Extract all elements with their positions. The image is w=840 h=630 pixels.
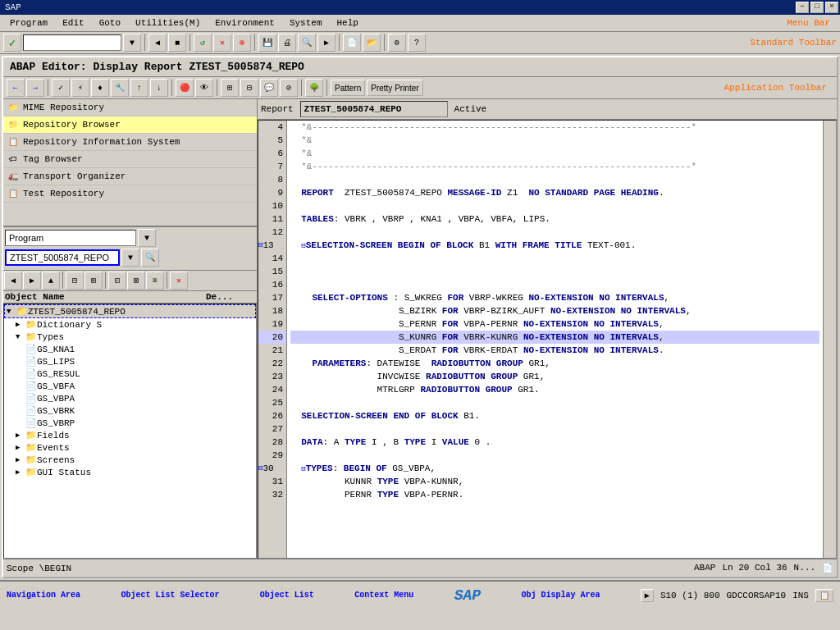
nav-fwd-tree-btn[interactable]: ▶ [23,272,41,290]
expander-events[interactable]: ▶ [16,443,25,452]
stop-icon[interactable]: ✕ [213,34,231,52]
code-line-24: MTRLGRP RADIOBUTTON GROUP GR1. [290,383,819,396]
nav-item-tag-browser[interactable]: 🏷 Tag Browser [3,151,257,168]
tree-item-vbrk[interactable]: 📄 GS_VBRK [4,404,256,417]
object-icon[interactable]: 🔧 [111,79,129,97]
back-icon[interactable]: ◀ [148,34,167,52]
uncomment-icon[interactable]: ⊘ [280,79,298,97]
tree-item-gui[interactable]: ▶ 📁 GUI Status [4,466,256,478]
breakpoint-icon[interactable]: 🔴 [176,79,194,97]
minimize-button[interactable]: − [796,2,809,13]
help-icon[interactable]: ? [408,34,426,52]
stop2-icon[interactable]: ⊗ [233,34,251,52]
command-field[interactable] [23,34,121,51]
nav-item-transport[interactable]: 🚛 Transport Organizer [3,168,257,185]
menu-program[interactable]: Program [3,16,54,30]
tree-item-lips[interactable]: 📄 GS_LIPS [4,355,256,368]
indent-9 [6,418,25,428]
watchpoint-icon[interactable]: 👁 [195,79,213,97]
code-content[interactable]: *&--------------------------------------… [287,121,823,558]
extra-icon[interactable]: 📋 [815,589,833,602]
tree-item-vbrp[interactable]: 📄 GS_VBRP [4,417,256,429]
expand-tree-btn[interactable]: ⊞ [84,272,103,290]
nav-item-mime[interactable]: 📁 MIME Repository [3,99,257,116]
tree-item-vbfa[interactable]: 📄 GS_VBFA [4,380,256,392]
type-dropdown-btn[interactable]: ▼ [138,229,156,247]
code-area[interactable]: 4 5 6 7 8 9 10 11 12 ⊟13 14 15 16 17 18 … [258,120,837,559]
nav-item-test-repo[interactable]: 📋 Test Repository [3,185,257,203]
expander-screens[interactable]: ▶ [16,455,25,464]
object-type-input[interactable] [5,230,136,246]
new-icon[interactable]: 📄 [343,34,361,52]
ok-icon[interactable]: ✓ [3,34,21,52]
collapse-tree-btn[interactable]: ⊟ [66,272,84,290]
line-num-10: 10 [258,199,286,212]
nav-item-repo-browser[interactable]: 📁 Repository Browser [3,116,257,134]
nav-forward-icon[interactable]: → [26,79,44,97]
nav-back-tree-btn[interactable]: ◀ [4,272,22,290]
menu-help[interactable]: Help [330,16,364,30]
play-button[interactable]: ▶ [641,589,654,602]
download-icon[interactable]: ↓ [150,79,168,97]
object-name-input[interactable] [5,249,120,266]
tree-item-dict[interactable]: ▶ 📁 Dictionary S [4,318,256,331]
nav-item-repo-info[interactable]: 📋 Repository Information System [3,134,257,151]
menu-goto[interactable]: Goto [93,16,127,30]
expander-root[interactable]: ▼ [7,308,16,316]
tree-item-screens[interactable]: ▶ 📁 Screens [4,454,256,466]
close-button[interactable]: × [825,2,838,13]
expander-types[interactable]: ▼ [16,333,25,341]
dropdown-btn[interactable]: ▼ [123,34,141,52]
nav-back-icon[interactable]: ← [7,79,25,97]
close-tree-btn[interactable]: ✕ [170,272,188,290]
fold-icon-13[interactable]: ⊟ [258,239,262,252]
menu-edit[interactable]: Edit [56,16,90,30]
print-icon[interactable]: 🖨 [278,34,296,52]
find-next-icon[interactable]: ▶ [317,34,336,52]
expander-dict[interactable]: ▶ [16,320,25,329]
menu-utilities[interactable]: Utilities(M) [129,16,207,30]
dropdown-name-btn[interactable]: ▼ [121,249,139,267]
fold-icon-30[interactable]: ⊟ [258,462,262,475]
indent-10 [6,431,16,441]
forward-icon[interactable]: ■ [168,34,186,52]
activate2-icon[interactable]: ♦ [91,79,109,97]
tree-icon[interactable]: 🌳 [305,79,323,97]
open-icon[interactable]: 📂 [363,34,381,52]
block-icon[interactable]: ⊞ [221,79,239,97]
tree-view2-btn[interactable]: ⊠ [127,272,145,290]
vertical-scrollbar[interactable] [823,121,836,558]
tree-item-kna1[interactable]: 📄 GS_KNA1 [4,343,256,355]
activate-icon[interactable]: ⚡ [71,79,89,97]
tree-view3-btn[interactable]: ≡ [146,272,164,290]
menu-system[interactable]: System [283,16,329,30]
right-panel: Report ZTEST_5005874_REPO Active 4 5 6 7… [258,99,837,559]
tree-item-events[interactable]: ▶ 📁 Events [4,441,256,454]
comment-icon[interactable]: 💬 [260,79,278,97]
pattern-button[interactable]: Pattern [331,80,365,96]
nav-up-tree-btn[interactable]: ▲ [42,272,60,290]
upload-icon[interactable]: ↑ [130,79,148,97]
name-row: ▼ 🔍 [5,249,255,267]
tree-item-resul[interactable]: 📄 GS_RESUL [4,368,256,380]
search-btn[interactable]: 🔍 [141,249,159,267]
tree-view1-btn[interactable]: ⊡ [108,272,126,290]
indent-icon[interactable]: ⊟ [240,79,258,97]
save-icon[interactable]: 💾 [258,34,276,52]
tree-item-vbpa[interactable]: 📄 GS_VBPA [4,392,256,404]
settings-icon[interactable]: ⚙ [388,34,406,52]
check-icon[interactable]: ✓ [52,79,70,97]
expander-gui[interactable]: ▶ [16,468,25,477]
object-tree[interactable]: ▼ 📁 ZTEST_5005874_REPO ▶ 📁 Dictionary S … [3,304,257,559]
expander-fields[interactable]: ▶ [16,431,25,440]
tree-item-fields[interactable]: ▶ 📁 Fields [4,429,256,441]
pretty-printer-button[interactable]: Pretty Printer [367,80,422,96]
tree-item-types[interactable]: ▼ 📁 Types [4,331,256,343]
find-icon[interactable]: 🔍 [298,34,316,52]
maximize-button[interactable]: □ [810,2,824,13]
refresh-icon[interactable]: ↺ [194,34,212,52]
tree-item-root[interactable]: ▼ 📁 ZTEST_5005874_REPO [4,304,256,318]
menu-environment[interactable]: Environment [208,16,281,30]
line-num-27: 27 [258,422,286,436]
obj-list-label: Object List [260,591,314,600]
